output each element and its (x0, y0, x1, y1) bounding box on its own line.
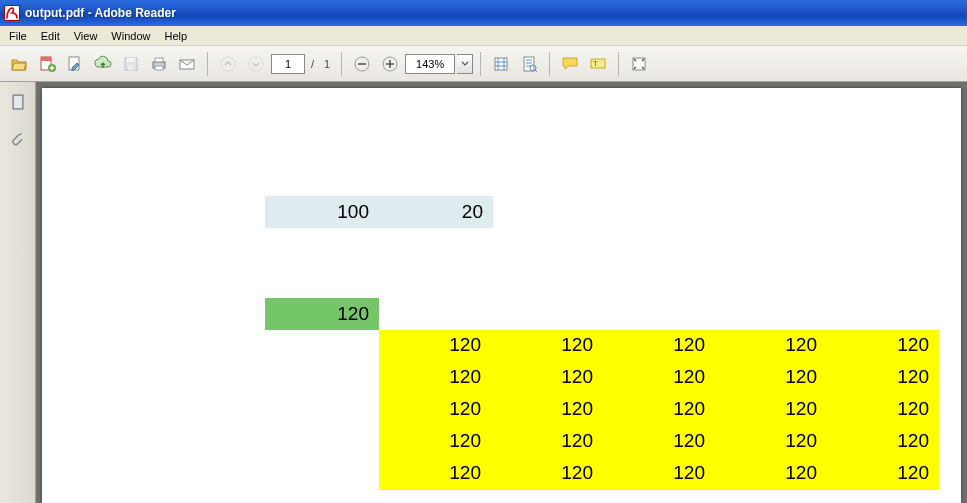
ycell: 120 (379, 426, 491, 456)
create-pdf-button[interactable] (34, 51, 60, 77)
ycell: 120 (715, 426, 827, 456)
zoom-dropdown-button[interactable] (457, 54, 473, 74)
ycell: 120 (827, 394, 939, 424)
content-area: 100 20 120 120 120 120 120 120 120 120 1… (0, 82, 967, 503)
thumbnails-panel-button[interactable] (6, 90, 30, 114)
print-button[interactable] (146, 51, 172, 77)
menu-window[interactable]: Window (104, 28, 157, 44)
toolbar-separator (207, 52, 208, 76)
svg-rect-16 (524, 57, 534, 71)
window-title: output.pdf - Adobe Reader (25, 6, 176, 20)
ycell: 120 (603, 330, 715, 360)
ycell: 120 (715, 362, 827, 392)
ycell: 120 (491, 426, 603, 456)
ycell: 120 (491, 362, 603, 392)
page-down-button[interactable] (243, 51, 269, 77)
svg-rect-9 (155, 66, 163, 70)
menu-edit[interactable]: Edit (34, 28, 67, 44)
svg-rect-22 (14, 96, 22, 108)
yellow-table: 120 120 120 120 120 120 120 120 120 120 … (379, 330, 939, 490)
ycell: 120 (603, 394, 715, 424)
toolbar: / 1 T (0, 46, 967, 82)
page-total: 1 (324, 58, 330, 70)
cell-blue-a: 100 (265, 196, 379, 228)
ycell: 120 (827, 330, 939, 360)
ycell: 120 (827, 426, 939, 456)
svg-text:T: T (593, 59, 598, 68)
zoom-out-button[interactable] (349, 51, 375, 77)
pdf-page: 100 20 120 120 120 120 120 120 120 120 1… (42, 88, 961, 503)
ycell: 120 (827, 458, 939, 488)
highlight-button[interactable]: T (585, 51, 611, 77)
ycell: 120 (379, 330, 491, 360)
svg-rect-8 (155, 58, 163, 62)
toolbar-separator (341, 52, 342, 76)
svg-rect-6 (128, 65, 134, 70)
menu-view[interactable]: View (67, 28, 105, 44)
zoom-in-button[interactable] (377, 51, 403, 77)
email-button[interactable] (174, 51, 200, 77)
page-number-input[interactable] (271, 54, 305, 74)
menu-file[interactable]: File (2, 28, 34, 44)
svg-rect-5 (127, 58, 135, 62)
ycell: 120 (715, 330, 827, 360)
fit-page-button[interactable] (488, 51, 514, 77)
document-viewport[interactable]: 100 20 120 120 120 120 120 120 120 120 1… (36, 82, 967, 503)
attachments-panel-button[interactable] (6, 128, 30, 152)
window-title-bar: output.pdf - Adobe Reader (0, 0, 967, 26)
ycell: 120 (827, 362, 939, 392)
svg-rect-15 (495, 58, 507, 70)
toolbar-separator (480, 52, 481, 76)
toolbar-separator (618, 52, 619, 76)
ycell: 120 (603, 362, 715, 392)
zoom-level-input[interactable] (405, 54, 455, 74)
menu-bar: File Edit View Window Help (0, 26, 967, 46)
menu-help[interactable]: Help (157, 28, 194, 44)
upload-button[interactable] (90, 51, 116, 77)
side-panel (0, 82, 36, 503)
edit-pdf-button[interactable] (62, 51, 88, 77)
ycell: 120 (603, 426, 715, 456)
cell-blue-b: 20 (379, 196, 493, 228)
ycell: 120 (491, 330, 603, 360)
page-up-button[interactable] (215, 51, 241, 77)
svg-point-12 (249, 57, 263, 71)
read-mode-button[interactable] (626, 51, 652, 77)
open-file-button[interactable] (6, 51, 32, 77)
adobe-reader-icon (4, 5, 20, 21)
ycell: 120 (603, 458, 715, 488)
ycell: 120 (379, 362, 491, 392)
fit-width-button[interactable] (516, 51, 542, 77)
toolbar-separator (549, 52, 550, 76)
ycell: 120 (379, 458, 491, 488)
ycell: 120 (491, 458, 603, 488)
ycell: 120 (491, 394, 603, 424)
comment-button[interactable] (557, 51, 583, 77)
ycell: 120 (715, 394, 827, 424)
page-separator: / (311, 58, 314, 70)
cell-green-a: 120 (265, 298, 379, 330)
svg-point-11 (221, 57, 235, 71)
ycell: 120 (715, 458, 827, 488)
svg-rect-1 (41, 57, 51, 61)
save-button[interactable] (118, 51, 144, 77)
ycell: 120 (379, 394, 491, 424)
